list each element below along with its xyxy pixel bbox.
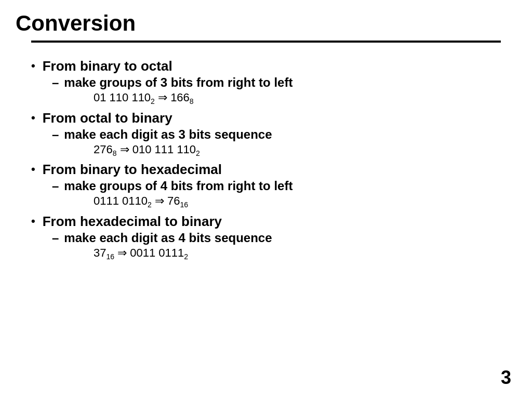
bullet-main-2: • From octal to binary xyxy=(31,110,511,126)
page-title: Conversion xyxy=(16,10,516,36)
sub-bullet-3: – make groups of 4 bits from right to le… xyxy=(52,179,511,193)
example-3: 0111 01102 ⇒ 7616 xyxy=(52,194,511,209)
bullet-dot-3: • xyxy=(31,163,35,176)
sub-dash-2: – xyxy=(52,127,59,142)
sub-item-1: – make groups of 3 bits from right to le… xyxy=(31,75,511,105)
sub-text-3: make groups of 4 bits from right to left xyxy=(64,179,292,193)
bullet-main-text-4: From hexadecimal to binary xyxy=(43,214,222,230)
bullet-dot-4: • xyxy=(31,215,35,228)
list-item-3: • From binary to hexadecimal – make grou… xyxy=(31,162,511,209)
header-divider xyxy=(31,41,501,43)
page-number: 3 xyxy=(501,367,511,389)
sub-item-3: – make groups of 4 bits from right to le… xyxy=(31,179,511,209)
bullet-dot-1: • xyxy=(31,59,35,73)
bullet-main-4: • From hexadecimal to binary xyxy=(31,214,511,230)
slide: Conversion • From binary to octal – make… xyxy=(0,0,532,399)
sub-bullet-2: – make each digit as 3 bits sequence xyxy=(52,127,511,142)
sub-item-2: – make each digit as 3 bits sequence 276… xyxy=(31,127,511,157)
sub-bullet-1: – make groups of 3 bits from right to le… xyxy=(52,75,511,90)
list-item-1: • From binary to octal – make groups of … xyxy=(31,58,511,105)
bullet-dot-2: • xyxy=(31,111,35,125)
example-4: 3716 ⇒ 0011 01112 xyxy=(52,246,511,261)
example-1: 01 110 1102 ⇒ 1668 xyxy=(52,91,511,105)
list-item-4: • From hexadecimal to binary – make each… xyxy=(31,214,511,261)
sub-item-4: – make each digit as 4 bits sequence 371… xyxy=(31,231,511,261)
main-list: • From binary to octal – make groups of … xyxy=(31,58,511,261)
example-2: 2768 ⇒ 010 111 1102 xyxy=(52,143,511,157)
sub-text-2: make each digit as 3 bits sequence xyxy=(64,127,272,142)
sub-text-1: make groups of 3 bits from right to left xyxy=(64,75,292,90)
bullet-main-text-1: From binary to octal xyxy=(43,58,172,74)
bullet-main-3: • From binary to hexadecimal xyxy=(31,162,511,178)
bullet-main-text-2: From octal to binary xyxy=(43,110,172,126)
sub-dash-1: – xyxy=(52,75,59,90)
content-area: • From binary to octal – make groups of … xyxy=(0,48,532,275)
header: Conversion xyxy=(0,0,532,48)
list-item-2: • From octal to binary – make each digit… xyxy=(31,110,511,157)
sub-text-4: make each digit as 4 bits sequence xyxy=(64,231,272,245)
sub-dash-4: – xyxy=(52,231,59,245)
bullet-main-1: • From binary to octal xyxy=(31,58,511,74)
sub-dash-3: – xyxy=(52,179,59,193)
bullet-main-text-3: From binary to hexadecimal xyxy=(43,162,222,178)
sub-bullet-4: – make each digit as 4 bits sequence xyxy=(52,231,511,245)
